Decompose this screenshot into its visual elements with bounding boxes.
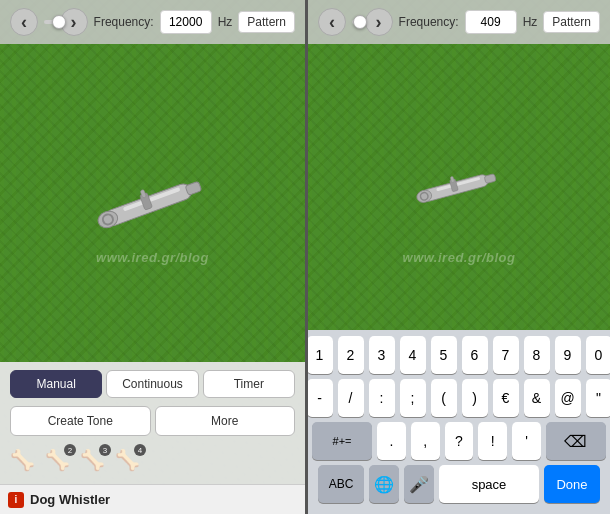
key-euro[interactable]: € (493, 379, 519, 417)
key-close-paren[interactable]: ) (462, 379, 488, 417)
frequency-input-left[interactable] (160, 10, 212, 34)
whistle-area-left (0, 44, 305, 362)
mode-buttons: Manual Continuous Timer (10, 370, 295, 398)
keyboard-row-numbers: 1 2 3 4 5 6 7 8 9 0 (312, 336, 606, 374)
key-7[interactable]: 7 (493, 336, 519, 374)
whistle-image-right (399, 157, 519, 217)
slider-thumb-left (52, 15, 66, 29)
key-apostrophe[interactable]: ' (512, 422, 541, 460)
more-button[interactable]: More (155, 406, 296, 436)
mode-manual-button[interactable]: Manual (10, 370, 102, 398)
bone-icons: 🦴 🦴 2 🦴 3 🦴 4 (10, 444, 295, 476)
key-1[interactable]: 1 (307, 336, 333, 374)
key-period[interactable]: . (377, 422, 406, 460)
key-question[interactable]: ? (445, 422, 474, 460)
key-colon[interactable]: : (369, 379, 395, 417)
pattern-button-left[interactable]: Pattern (238, 11, 295, 33)
app-icon: i (8, 492, 24, 508)
key-0[interactable]: 0 (586, 336, 611, 374)
key-4[interactable]: 4 (400, 336, 426, 374)
prev-button-left[interactable] (10, 8, 38, 36)
key-globe[interactable]: 🌐 (369, 465, 399, 503)
bone-2[interactable]: 🦴 2 (45, 448, 70, 472)
whistle-image-left (73, 163, 233, 243)
slider-thumb-right (353, 15, 367, 29)
key-9[interactable]: 9 (555, 336, 581, 374)
pattern-button-right[interactable]: Pattern (543, 11, 600, 33)
key-8[interactable]: 8 (524, 336, 550, 374)
mode-timer-button[interactable]: Timer (203, 370, 295, 398)
mode-continuous-button[interactable]: Continuous (106, 370, 198, 398)
svg-rect-9 (484, 174, 496, 184)
keyboard: 1 2 3 4 5 6 7 8 9 0 - / : ; ( ) € & @ " … (308, 330, 610, 514)
bone-4[interactable]: 🦴 4 (115, 448, 140, 472)
bone-1[interactable]: 🦴 (10, 448, 35, 472)
key-open-paren[interactable]: ( (431, 379, 457, 417)
key-ampersand[interactable]: & (524, 379, 550, 417)
frequency-label-left: Frequency: (94, 15, 154, 29)
backspace-key[interactable]: ⌫ (546, 422, 606, 460)
key-exclaim[interactable]: ! (478, 422, 507, 460)
key-hashplus[interactable]: #+= (312, 422, 372, 460)
hz-label-left: Hz (218, 15, 233, 29)
keyboard-row-bottom: ABC 🌐 🎤 space Done (312, 465, 606, 503)
hz-label-right: Hz (523, 15, 538, 29)
bone-3[interactable]: 🦴 3 (80, 448, 105, 472)
app-title: Dog Whistler (30, 492, 110, 507)
keyboard-row-misc: #+= . , ? ! ' ⌫ (312, 422, 606, 460)
keyboard-row-symbols: - / : ; ( ) € & @ " (312, 379, 606, 417)
frequency-slider-left[interactable] (44, 20, 54, 24)
key-comma[interactable]: , (411, 422, 440, 460)
create-tone-button[interactable]: Create Tone (10, 406, 151, 436)
key-3[interactable]: 3 (369, 336, 395, 374)
footer-bar-left: i Dog Whistler (0, 484, 305, 514)
key-at[interactable]: @ (555, 379, 581, 417)
action-buttons: Create Tone More (10, 406, 295, 436)
frequency-input-right[interactable] (465, 10, 517, 34)
frequency-slider-right[interactable] (352, 20, 359, 24)
svg-rect-2 (185, 181, 202, 195)
left-panel: www.ired.gr/blog Frequency: Hz Pattern (0, 0, 305, 514)
key-6[interactable]: 6 (462, 336, 488, 374)
top-bar-right: Frequency: Hz Pattern (308, 0, 610, 44)
key-space[interactable]: space (439, 465, 539, 503)
key-quote[interactable]: " (586, 379, 611, 417)
key-slash[interactable]: / (338, 379, 364, 417)
key-5[interactable]: 5 (431, 336, 457, 374)
key-dash[interactable]: - (307, 379, 333, 417)
key-abc[interactable]: ABC (318, 465, 364, 503)
key-mic[interactable]: 🎤 (404, 465, 434, 503)
top-bar-left: Frequency: Hz Pattern (0, 0, 305, 44)
whistle-area-right (308, 44, 610, 330)
frequency-label-right: Frequency: (399, 15, 459, 29)
key-2[interactable]: 2 (338, 336, 364, 374)
key-done[interactable]: Done (544, 465, 600, 503)
prev-button-right[interactable] (318, 8, 346, 36)
next-button-right[interactable] (365, 8, 393, 36)
bottom-controls-left: Manual Continuous Timer Create Tone More… (0, 362, 305, 484)
key-semicolon[interactable]: ; (400, 379, 426, 417)
right-panel: www.ired.gr/blog Frequency: Hz Pattern (305, 0, 610, 514)
